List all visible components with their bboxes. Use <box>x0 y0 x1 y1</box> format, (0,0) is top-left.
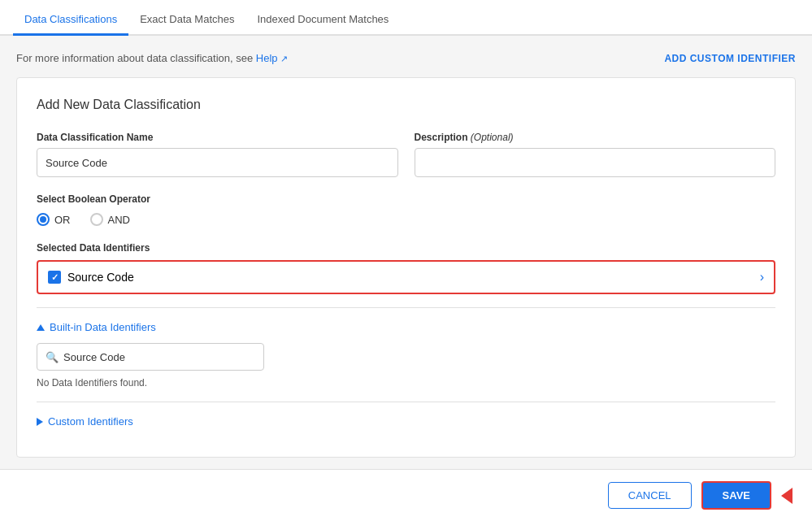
no-results-text: No Data Identifiers found. <box>37 377 775 389</box>
save-button[interactable]: SAVE <box>701 481 771 510</box>
built-in-search-input[interactable] <box>63 351 255 363</box>
add-custom-identifier-button[interactable]: ADD CUSTOM IDENTIFIER <box>664 53 796 64</box>
name-description-row: Data Classification Name Description (Op… <box>37 132 775 177</box>
collapse-icon <box>37 324 45 331</box>
custom-section: Custom Identifiers <box>37 402 775 428</box>
tab-exact-data-matches[interactable]: Exact Data Matches <box>128 5 245 36</box>
name-input[interactable] <box>37 148 398 177</box>
source-code-checkbox[interactable] <box>48 271 61 284</box>
radio-or-circle <box>37 213 50 226</box>
tab-bar: Data Classifications Exact Data Matches … <box>0 0 812 36</box>
tab-data-classifications[interactable]: Data Classifications <box>13 5 128 36</box>
footer: CANCEL SAVE <box>0 469 812 521</box>
description-input[interactable] <box>415 148 776 177</box>
expand-icon <box>37 418 43 426</box>
arrow-indicator <box>781 488 792 504</box>
source-code-label: Source Code <box>67 271 134 284</box>
radio-and[interactable]: AND <box>90 213 130 226</box>
search-icon: 🔍 <box>46 351 59 363</box>
external-link-icon: ↗ <box>280 54 288 63</box>
identifier-row-left: Source Code <box>48 271 134 284</box>
cancel-button[interactable]: CANCEL <box>608 482 692 509</box>
form-card: Add New Data Classification Data Classif… <box>16 77 796 458</box>
info-bar: For more information about data classifi… <box>16 52 796 64</box>
arrow-right-icon <box>781 488 792 504</box>
boolean-section: Select Boolean Operator OR AND <box>37 193 775 226</box>
custom-header[interactable]: Custom Identifiers <box>37 415 775 428</box>
name-label: Data Classification Name <box>37 132 398 143</box>
built-in-header[interactable]: Built-in Data Identifiers <box>37 321 775 333</box>
form-title: Add New Data Classification <box>37 98 775 112</box>
content-area: For more information about data classifi… <box>0 36 812 469</box>
name-field-group: Data Classification Name <box>37 132 398 177</box>
identifier-row[interactable]: Source Code › <box>37 260 775 294</box>
radio-group: OR AND <box>37 213 775 226</box>
boolean-label: Select Boolean Operator <box>37 193 775 205</box>
info-text: For more information about data classifi… <box>16 52 288 64</box>
selected-identifiers-section: Selected Data Identifiers Source Code › <box>37 242 775 294</box>
tab-indexed-document-matches[interactable]: Indexed Document Matches <box>245 5 400 36</box>
radio-or[interactable]: OR <box>37 213 71 226</box>
help-link[interactable]: Help <box>256 52 278 64</box>
radio-and-circle <box>90 213 103 226</box>
chevron-right-icon[interactable]: › <box>760 270 764 284</box>
description-field-group: Description (Optional) <box>415 132 776 177</box>
built-in-section: Built-in Data Identifiers 🔍 No Data Iden… <box>37 307 775 389</box>
selected-identifiers-label: Selected Data Identifiers <box>37 242 775 254</box>
description-label: Description (Optional) <box>415 132 776 143</box>
search-box: 🔍 <box>37 343 264 371</box>
